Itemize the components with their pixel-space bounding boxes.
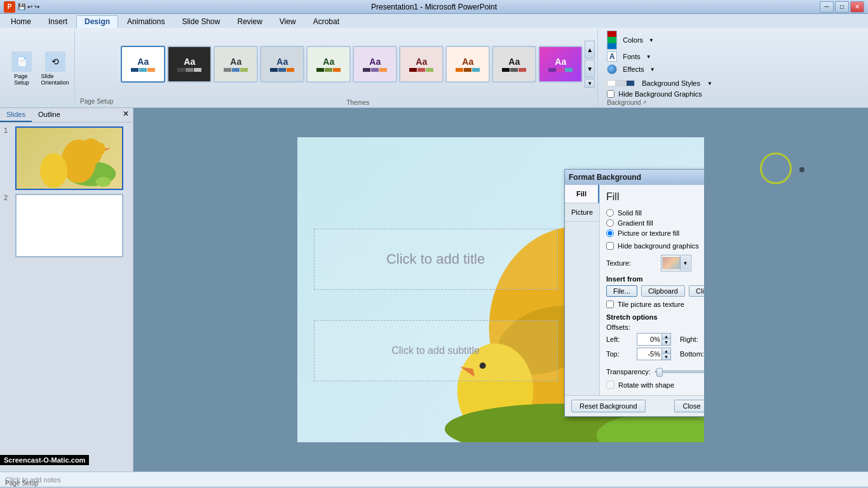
themes-scroll-up[interactable]: ▲ xyxy=(585,41,595,58)
svg-point-6 xyxy=(96,177,111,187)
theme-item-7[interactable]: Aa xyxy=(399,46,444,83)
effects-icon xyxy=(607,64,617,74)
top-spinner[interactable]: ▲ ▼ xyxy=(637,348,671,360)
dialog-title-bar: Format Background ? ✕ xyxy=(565,170,704,185)
theme-colors-2 xyxy=(177,68,201,72)
svg-marker-4 xyxy=(105,147,111,151)
fonts-dropdown-icon[interactable]: ▼ xyxy=(646,54,651,60)
top-up-btn[interactable]: ▲ xyxy=(661,348,670,354)
theme-item-6[interactable]: Aa xyxy=(353,46,397,83)
radio-gradient-input[interactable] xyxy=(606,219,614,227)
themes-more[interactable]: ▼ xyxy=(585,79,595,88)
colors-btn[interactable]: Colors xyxy=(620,34,646,46)
radio-picture-input[interactable] xyxy=(606,229,614,237)
tab-acrobat[interactable]: Acrobat xyxy=(305,15,348,28)
tab-slideshow[interactable]: Slide Show xyxy=(173,15,228,28)
theme-item-3[interactable]: Aa xyxy=(214,46,258,83)
hide-bg-graphics-label: Hide background graphics xyxy=(618,242,699,250)
radio-picture[interactable]: Picture or texture fill xyxy=(606,229,704,237)
themes-scroll-down[interactable]: ▼ xyxy=(585,60,595,78)
title-placeholder-text: Click to add title xyxy=(386,251,485,268)
title-placeholder[interactable]: Click to add title xyxy=(314,229,558,290)
subtitle-placeholder-text: Click to add subtitle xyxy=(391,345,480,356)
texture-selector[interactable]: ▼ xyxy=(661,255,691,271)
theme-colors-7 xyxy=(409,68,433,72)
theme-item-2[interactable]: Aa xyxy=(167,46,212,83)
notes-bar[interactable]: Click to add notes xyxy=(0,471,868,487)
colors-dropdown-icon[interactable]: ▼ xyxy=(649,37,654,43)
theme-item-9[interactable]: Aa xyxy=(492,46,536,83)
slide-thumb-1: 1 xyxy=(4,126,129,190)
file-btn[interactable]: File... xyxy=(606,285,637,297)
subtitle-placeholder[interactable]: Click to add subtitle xyxy=(314,320,558,381)
transparency-slider[interactable] xyxy=(654,367,704,376)
offset-row-top-bottom: Top: ▲ ▼ Bottom: xyxy=(606,348,704,360)
bg-styles-dropdown-icon[interactable]: ▼ xyxy=(707,81,712,86)
tab-animations[interactable]: Animations xyxy=(119,15,173,28)
tile-checkbox-container[interactable]: Tile picture as texture xyxy=(606,301,704,308)
cursor-highlight xyxy=(760,152,792,184)
fonts-btn[interactable]: Fonts xyxy=(620,51,644,62)
effects-dropdown-icon[interactable]: ▼ xyxy=(650,67,655,72)
format-background-dialog: Format Background ? ✕ Fill Picture Fill xyxy=(564,169,704,417)
theme-item-8[interactable]: Aa xyxy=(445,46,490,83)
radio-solid[interactable]: Solid fill xyxy=(606,209,704,217)
effects-btn[interactable]: Effects xyxy=(620,64,647,75)
texture-row: Texture: ▼ xyxy=(606,255,704,271)
slide-canvas: Click to add title Click to add subtitle… xyxy=(297,137,704,442)
page-setup-group-footer: Page Setup xyxy=(80,98,113,106)
tab-review[interactable]: Review xyxy=(229,15,270,28)
slide-duck-svg xyxy=(17,126,122,190)
top-input[interactable] xyxy=(637,348,661,360)
slide-orientation-btn[interactable]: ⟲ SlideOrientation xyxy=(41,50,69,88)
clip-art-btn[interactable]: Clip Art... xyxy=(689,285,704,297)
close-btn[interactable]: ✕ xyxy=(850,1,864,13)
left-spinner-btns: ▲ ▼ xyxy=(661,334,670,345)
slide-num-2: 2 xyxy=(4,194,11,201)
bg-styles-row: Background Styles ▼ xyxy=(607,78,712,89)
bg-styles-btn[interactable]: Background Styles xyxy=(639,78,703,89)
minimize-btn[interactable]: ─ xyxy=(820,1,834,13)
top-down-btn[interactable]: ▼ xyxy=(661,354,670,360)
hide-bg-row: Hide Background Graphics xyxy=(607,90,712,98)
left-up-btn[interactable]: ▲ xyxy=(661,334,670,339)
theme-item-5[interactable]: Aa xyxy=(306,46,351,83)
hide-bg-graphics-checkbox-container[interactable]: Hide background graphics xyxy=(606,242,704,250)
theme-item-4[interactable]: Aa xyxy=(260,46,304,83)
tab-design[interactable]: Design xyxy=(76,15,118,28)
theme-item-10[interactable]: Aa xyxy=(538,46,583,83)
orientation-label: SlideOrientation xyxy=(41,73,69,86)
page-setup-btn[interactable]: 📄 PageSetup xyxy=(5,50,38,88)
theme-item-1[interactable]: Aa xyxy=(121,46,165,83)
background-expand-icon[interactable]: ↗ xyxy=(642,100,647,105)
texture-dropdown-btn[interactable]: ▼ xyxy=(680,256,690,270)
radio-gradient[interactable]: Gradient fill xyxy=(606,219,704,227)
tab-outline[interactable]: Outline xyxy=(32,108,67,122)
tab-view[interactable]: View xyxy=(271,15,304,28)
transparency-row: Transparency: ▲ ▼ xyxy=(606,365,704,378)
clipboard-btn[interactable]: Clipboard xyxy=(641,285,685,297)
offsets-section: Offsets: Left: ▲ ▼ Rig xyxy=(606,323,704,360)
tab-home[interactable]: Home xyxy=(3,15,39,28)
tab-slides[interactable]: Slides xyxy=(0,108,32,122)
maximize-btn[interactable]: □ xyxy=(835,1,849,13)
tab-insert[interactable]: Insert xyxy=(40,15,76,28)
insert-row: File... Clipboard Clip Art... xyxy=(606,285,704,297)
slide-preview-1[interactable] xyxy=(15,126,123,190)
slide-preview-2[interactable] xyxy=(15,194,123,257)
left-down-btn[interactable]: ▼ xyxy=(661,339,670,345)
tile-checkbox-input[interactable] xyxy=(606,301,614,308)
dialog-tab-picture[interactable]: Picture xyxy=(565,203,599,222)
slider-thumb[interactable] xyxy=(656,368,663,377)
rotate-checkbox-container[interactable]: Rotate with shape xyxy=(606,381,704,389)
left-spinner[interactable]: ▲ ▼ xyxy=(637,333,671,346)
slides-panel-close-btn[interactable]: ✕ xyxy=(119,108,133,122)
hide-bg-checkbox[interactable] xyxy=(607,90,614,98)
reset-background-btn[interactable]: Reset Background xyxy=(571,400,646,412)
close-btn[interactable]: Close xyxy=(674,400,704,412)
hide-bg-graphics-input[interactable] xyxy=(606,242,614,250)
rotate-input[interactable] xyxy=(606,381,614,389)
dialog-tab-fill[interactable]: Fill xyxy=(565,185,599,203)
radio-solid-input[interactable] xyxy=(606,209,614,217)
left-input[interactable] xyxy=(637,334,661,345)
